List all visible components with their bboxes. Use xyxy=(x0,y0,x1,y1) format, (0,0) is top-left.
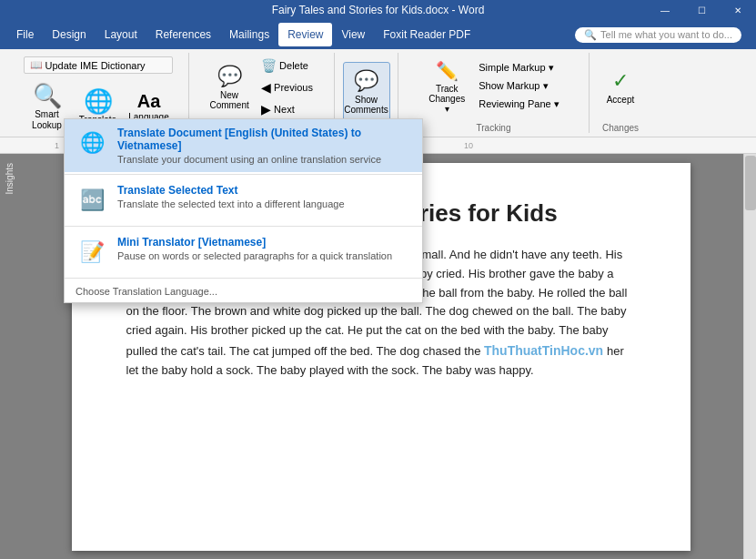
accept-icon: ✓ xyxy=(612,69,629,93)
accept-button[interactable]: ✓ Accept xyxy=(597,57,644,117)
menu-view[interactable]: View xyxy=(332,23,374,46)
smart-lookup-label: SmartLookup xyxy=(32,109,62,131)
next-icon: ▶ xyxy=(261,102,271,117)
next-comment-button[interactable]: ▶ Next xyxy=(257,100,318,118)
title-bar-controls: — ☐ ✕ xyxy=(647,0,756,20)
show-comments-icon: 💬 xyxy=(354,69,378,93)
translate-document-item[interactable]: 🌐 Translate Document [English (United St… xyxy=(65,119,422,172)
tracking-group-label: Tracking xyxy=(406,121,581,133)
mini-translator-item[interactable]: 📝 Mini Translator [Vietnamese] Pause on … xyxy=(65,229,422,276)
translate-document-desc: Translate your document using an online … xyxy=(117,154,411,165)
translate-selected-icon: 🔤 xyxy=(76,184,108,217)
language-icon: Aa xyxy=(137,92,161,110)
show-comments-label: ShowComments xyxy=(344,95,388,115)
translate-document-icon: 🌐 xyxy=(76,127,108,159)
choose-language-link[interactable]: Choose Translation Language... xyxy=(65,280,422,302)
dropdown-divider-1 xyxy=(65,174,422,175)
menu-design[interactable]: Design xyxy=(43,23,95,46)
update-dictionary-button[interactable]: 📖 Update IME Dictionary xyxy=(24,56,173,74)
close-button[interactable]: ✕ xyxy=(720,0,756,20)
menu-review[interactable]: Review xyxy=(278,23,332,46)
title-bar-text: Fairy Tales and Stories for Kids.docx - … xyxy=(272,4,485,16)
track-changes-icon: ✏️ xyxy=(436,60,459,82)
show-markup-button[interactable]: Show Markup ▾ xyxy=(474,78,564,94)
track-changes-label: TrackChanges ▾ xyxy=(427,84,467,114)
reviewing-pane-button[interactable]: Reviewing Pane ▾ xyxy=(474,97,564,112)
translate-selected-desc: Translate the selected text into a diffe… xyxy=(117,198,345,209)
watermark-inline: ThuThuatTinHoc.vn xyxy=(484,343,607,358)
update-dict-icon: 📖 xyxy=(30,59,43,71)
menu-layout[interactable]: Layout xyxy=(96,23,146,46)
translate-selected-text: Translate Selected Text Translate the se… xyxy=(117,184,345,209)
menu-mailings[interactable]: Mailings xyxy=(220,23,278,46)
translate-selected-item[interactable]: 🔤 Translate Selected Text Translate the … xyxy=(65,177,422,224)
mini-translator-desc: Pause on words or selected paragraphs fo… xyxy=(117,250,392,261)
translate-dropdown: 🌐 Translate Document [English (United St… xyxy=(64,118,423,303)
simple-markup-button[interactable]: Simple Markup ▾ xyxy=(474,60,564,76)
translate-selected-title: Translate Selected Text xyxy=(117,184,345,197)
vertical-scrollbar[interactable] xyxy=(743,154,756,559)
accept-label: Accept xyxy=(607,95,635,105)
menu-references[interactable]: References xyxy=(146,23,220,46)
ribbon-group-changes: ✓ Accept Changes xyxy=(590,53,651,133)
tell-me-text: Tell me what you want to do... xyxy=(600,29,732,40)
smart-lookup-icon: 🔍 xyxy=(33,84,62,107)
menu-bar: File Design Layout References Mailings R… xyxy=(0,20,756,49)
new-comment-button[interactable]: 💬 NewComment xyxy=(206,57,253,117)
delete-icon: 🗑️ xyxy=(261,58,277,73)
show-comments-button[interactable]: 💬 ShowComments xyxy=(343,62,390,122)
translate-document-text: Translate Document [English (United Stat… xyxy=(117,127,411,165)
mini-translator-icon: 📝 xyxy=(76,236,108,269)
previous-icon: ◀ xyxy=(261,80,271,95)
changes-group-label: Changes xyxy=(597,121,644,133)
title-bar: Fairy Tales and Stories for Kids.docx - … xyxy=(0,0,756,20)
insights-label[interactable]: Insights xyxy=(5,163,15,194)
tell-me-input[interactable]: 🔍 Tell me what you want to do... xyxy=(575,27,741,43)
update-dict-label: Update IME Dictionary xyxy=(45,60,146,71)
minimize-button[interactable]: — xyxy=(647,0,683,20)
translate-document-title: Translate Document [English (United Stat… xyxy=(117,127,411,152)
translate-icon: 🌐 xyxy=(84,89,113,113)
delete-comment-button[interactable]: 🗑️ Delete xyxy=(257,56,318,75)
mini-translator-title: Mini Translator [Vietnamese] xyxy=(117,236,392,249)
mini-translator-text: Mini Translator [Vietnamese] Pause on wo… xyxy=(117,236,392,261)
new-comment-icon: 💬 xyxy=(217,65,242,88)
maximize-button[interactable]: ☐ xyxy=(683,0,720,20)
dropdown-divider-2 xyxy=(65,226,422,227)
search-icon: 🔍 xyxy=(584,29,597,41)
left-sidebar: Insights xyxy=(0,154,18,559)
new-comment-label: NewComment xyxy=(209,90,248,110)
ribbon-group-tracking: ✏️ TrackChanges ▾ Simple Markup ▾ Show M… xyxy=(398,53,590,133)
menu-file[interactable]: File xyxy=(7,23,43,46)
track-changes-button[interactable]: ✏️ TrackChanges ▾ xyxy=(423,56,470,117)
previous-comment-button[interactable]: ◀ Previous xyxy=(257,78,318,97)
menu-foxit[interactable]: Foxit Reader PDF xyxy=(374,23,479,46)
dropdown-divider-3 xyxy=(65,278,422,279)
